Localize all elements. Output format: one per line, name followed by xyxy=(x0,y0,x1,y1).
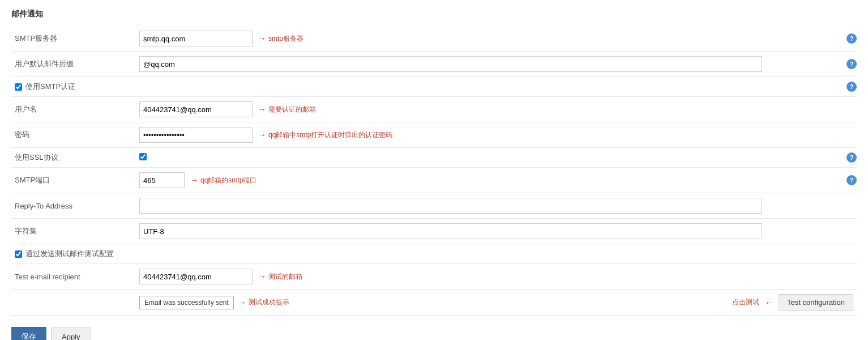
smtp-auth-row: 使用SMTP认证 ? xyxy=(11,77,857,97)
success-annotation: → 测试成功提示 xyxy=(238,298,289,307)
reply-to-field-cell xyxy=(136,193,857,219)
default-email-help-icon[interactable]: ? xyxy=(846,59,857,69)
smtp-server-field-cell: → smtp服务器 ? xyxy=(136,26,857,52)
smtp-server-label: SMTP服务器 xyxy=(11,26,136,52)
success-arrow-icon: → xyxy=(238,298,246,307)
test-recipient-wrapper: → 测试的邮箱 xyxy=(139,269,853,284)
username-field-cell: → 需要认证的邮箱 xyxy=(136,97,857,122)
smtp-port-wrapper: → qq邮箱的smtp端口 xyxy=(139,172,853,188)
smtp-auth-wrapper: 使用SMTP认证 xyxy=(15,82,132,92)
smtp-auth-label: 使用SMTP认证 xyxy=(25,82,75,92)
smtp-port-arrow-icon: → xyxy=(190,176,198,185)
password-arrow-icon: → xyxy=(258,130,266,139)
smtp-auth-help-icon[interactable]: ? xyxy=(846,82,857,92)
ssl-field-cell: ? xyxy=(136,148,857,168)
test-section-label-cell: 通过发送测试邮件测试配置 xyxy=(11,244,136,264)
smtp-port-row: SMTP端口 → qq邮箱的smtp端口 ? xyxy=(11,168,857,193)
username-wrapper: → 需要认证的邮箱 xyxy=(139,101,853,117)
test-result-wrapper: Email was successfully sent → 测试成功提示 点击测… xyxy=(139,294,853,311)
smtp-server-input[interactable] xyxy=(139,31,253,46)
ssl-label: 使用SSL协议 xyxy=(11,148,136,168)
smtp-server-annotation: → smtp服务器 xyxy=(258,34,303,44)
test-button-arrow: ← xyxy=(765,298,773,307)
test-recipient-label: Test e-mail recipient xyxy=(11,264,136,290)
smtp-server-wrapper: → smtp服务器 xyxy=(139,31,853,46)
username-arrow-icon: → xyxy=(258,105,266,114)
ssl-row: 使用SSL协议 ? xyxy=(11,148,857,168)
charset-input[interactable] xyxy=(139,223,762,239)
username-label: 用户名 xyxy=(11,97,136,122)
default-email-label: 用户默认邮件后缀 xyxy=(11,52,136,77)
reply-to-row: Reply-To Address xyxy=(11,193,857,219)
test-section-row: 通过发送测试邮件测试配置 xyxy=(11,244,857,264)
smtp-port-field-cell: → qq邮箱的smtp端口 ? xyxy=(136,168,857,193)
test-section-wrapper: 通过发送测试邮件测试配置 xyxy=(15,249,132,259)
default-email-field-cell: ? xyxy=(136,52,857,77)
test-section-label: 通过发送测试邮件测试配置 xyxy=(25,249,114,259)
default-email-row: 用户默认邮件后缀 ? xyxy=(11,52,857,77)
apply-button[interactable]: Apply xyxy=(51,328,91,341)
default-email-input[interactable] xyxy=(139,56,762,72)
password-field-cell: → qq邮箱中smtp打开认证时弹出的认证密码 xyxy=(136,122,857,148)
username-input[interactable] xyxy=(139,101,253,117)
password-annotation: → qq邮箱中smtp打开认证时弹出的认证密码 xyxy=(258,130,392,140)
username-annotation: → 需要认证的邮箱 xyxy=(258,105,316,114)
charset-field-cell xyxy=(136,219,857,244)
smtp-auth-checkbox[interactable] xyxy=(15,83,22,91)
button-row: 保存 Apply xyxy=(11,327,857,340)
test-configuration-button[interactable]: Test configuration xyxy=(779,294,853,311)
reply-to-label: Reply-To Address xyxy=(11,193,136,219)
form-table: SMTP服务器 → smtp服务器 ? 用户默认邮件后缀 ? xyxy=(11,26,857,316)
smtp-port-help-icon[interactable]: ? xyxy=(846,175,857,185)
smtp-port-annotation: → qq邮箱的smtp端口 xyxy=(190,176,256,185)
save-button[interactable]: 保存 xyxy=(11,327,46,340)
password-wrapper: → qq邮箱中smtp打开认证时弹出的认证密码 xyxy=(139,127,853,143)
test-result-row: Email was successfully sent → 测试成功提示 点击测… xyxy=(11,290,857,316)
test-recipient-annotation: → 测试的邮箱 xyxy=(258,272,302,282)
charset-row: 字符集 xyxy=(11,219,857,244)
test-recipient-field-cell: → 测试的邮箱 xyxy=(136,264,857,290)
smtp-server-help-icon[interactable]: ? xyxy=(846,33,857,44)
charset-label: 字符集 xyxy=(11,219,136,244)
ssl-help-icon[interactable]: ? xyxy=(846,152,857,163)
smtp-auth-field-cell: ? xyxy=(136,77,857,97)
password-input[interactable] xyxy=(139,127,253,143)
reply-to-input[interactable] xyxy=(139,198,762,214)
password-row: 密码 → qq邮箱中smtp打开认证时弹出的认证密码 xyxy=(11,122,857,148)
success-section: Email was successfully sent → 测试成功提示 xyxy=(139,296,289,309)
password-label: 密码 xyxy=(11,122,136,148)
section-title: 邮件通知 xyxy=(11,9,857,19)
ssl-checkbox[interactable] xyxy=(139,153,147,160)
test-recipient-arrow-icon: → xyxy=(258,272,266,281)
smtp-auth-label-cell: 使用SMTP认证 xyxy=(11,77,136,97)
test-button-annotation: 点击测试 xyxy=(732,298,759,307)
test-result-label-cell xyxy=(11,290,136,316)
test-section-checkbox[interactable] xyxy=(15,250,22,258)
test-section-field-cell xyxy=(136,244,857,264)
test-button-section: 点击测试 ← Test configuration xyxy=(732,294,853,311)
success-message: Email was successfully sent xyxy=(139,296,234,309)
smtp-port-input[interactable] xyxy=(139,172,185,188)
test-button-arrow-icon: ← xyxy=(765,298,773,307)
test-recipient-row: Test e-mail recipient → 测试的邮箱 xyxy=(11,264,857,290)
smtp-server-row: SMTP服务器 → smtp服务器 ? xyxy=(11,26,857,52)
test-recipient-input[interactable] xyxy=(139,269,253,284)
page-container: 邮件通知 SMTP服务器 → smtp服务器 ? 用户默认邮件后缀 ? xyxy=(0,0,868,340)
username-row: 用户名 → 需要认证的邮箱 xyxy=(11,97,857,122)
test-result-field-cell: Email was successfully sent → 测试成功提示 点击测… xyxy=(136,290,857,316)
smtp-server-arrow-icon: → xyxy=(258,34,266,43)
smtp-port-label: SMTP端口 xyxy=(11,168,136,193)
